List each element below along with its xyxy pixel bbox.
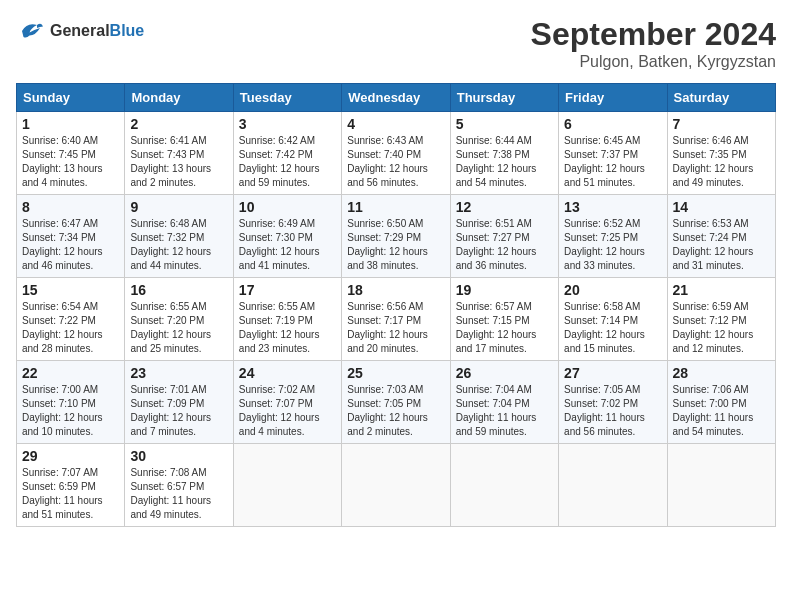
calendar-cell: 4Sunrise: 6:43 AM Sunset: 7:40 PM Daylig… — [342, 112, 450, 195]
calendar-body: 1Sunrise: 6:40 AM Sunset: 7:45 PM Daylig… — [17, 112, 776, 527]
calendar-week-row: 8Sunrise: 6:47 AM Sunset: 7:34 PM Daylig… — [17, 195, 776, 278]
day-info: Sunrise: 6:55 AM Sunset: 7:19 PM Dayligh… — [239, 300, 336, 356]
day-number: 18 — [347, 282, 444, 298]
calendar-cell — [233, 444, 341, 527]
calendar-cell: 17Sunrise: 6:55 AM Sunset: 7:19 PM Dayli… — [233, 278, 341, 361]
day-info: Sunrise: 7:08 AM Sunset: 6:57 PM Dayligh… — [130, 466, 227, 522]
calendar-cell: 12Sunrise: 6:51 AM Sunset: 7:27 PM Dayli… — [450, 195, 558, 278]
calendar-cell: 22Sunrise: 7:00 AM Sunset: 7:10 PM Dayli… — [17, 361, 125, 444]
calendar-cell: 9Sunrise: 6:48 AM Sunset: 7:32 PM Daylig… — [125, 195, 233, 278]
logo-text: GeneralBlue — [50, 22, 144, 40]
day-number: 24 — [239, 365, 336, 381]
calendar-cell: 21Sunrise: 6:59 AM Sunset: 7:12 PM Dayli… — [667, 278, 775, 361]
day-number: 20 — [564, 282, 661, 298]
calendar-cell: 29Sunrise: 7:07 AM Sunset: 6:59 PM Dayli… — [17, 444, 125, 527]
day-number: 22 — [22, 365, 119, 381]
day-number: 3 — [239, 116, 336, 132]
calendar-week-row: 1Sunrise: 6:40 AM Sunset: 7:45 PM Daylig… — [17, 112, 776, 195]
calendar-cell: 3Sunrise: 6:42 AM Sunset: 7:42 PM Daylig… — [233, 112, 341, 195]
calendar-cell: 7Sunrise: 6:46 AM Sunset: 7:35 PM Daylig… — [667, 112, 775, 195]
weekday-header-sunday: Sunday — [17, 84, 125, 112]
day-info: Sunrise: 6:56 AM Sunset: 7:17 PM Dayligh… — [347, 300, 444, 356]
day-number: 14 — [673, 199, 770, 215]
day-info: Sunrise: 6:43 AM Sunset: 7:40 PM Dayligh… — [347, 134, 444, 190]
day-number: 11 — [347, 199, 444, 215]
location-title: Pulgon, Batken, Kyrgyzstan — [531, 53, 776, 71]
day-info: Sunrise: 6:57 AM Sunset: 7:15 PM Dayligh… — [456, 300, 553, 356]
weekday-header-monday: Monday — [125, 84, 233, 112]
calendar-cell: 24Sunrise: 7:02 AM Sunset: 7:07 PM Dayli… — [233, 361, 341, 444]
calendar-cell: 26Sunrise: 7:04 AM Sunset: 7:04 PM Dayli… — [450, 361, 558, 444]
day-info: Sunrise: 6:40 AM Sunset: 7:45 PM Dayligh… — [22, 134, 119, 190]
day-info: Sunrise: 7:00 AM Sunset: 7:10 PM Dayligh… — [22, 383, 119, 439]
calendar-header-row: SundayMondayTuesdayWednesdayThursdayFrid… — [17, 84, 776, 112]
day-number: 8 — [22, 199, 119, 215]
day-info: Sunrise: 6:48 AM Sunset: 7:32 PM Dayligh… — [130, 217, 227, 273]
day-number: 4 — [347, 116, 444, 132]
day-number: 28 — [673, 365, 770, 381]
day-info: Sunrise: 6:54 AM Sunset: 7:22 PM Dayligh… — [22, 300, 119, 356]
calendar-cell: 5Sunrise: 6:44 AM Sunset: 7:38 PM Daylig… — [450, 112, 558, 195]
weekday-header-friday: Friday — [559, 84, 667, 112]
calendar-cell: 30Sunrise: 7:08 AM Sunset: 6:57 PM Dayli… — [125, 444, 233, 527]
day-number: 12 — [456, 199, 553, 215]
day-info: Sunrise: 6:42 AM Sunset: 7:42 PM Dayligh… — [239, 134, 336, 190]
day-info: Sunrise: 6:51 AM Sunset: 7:27 PM Dayligh… — [456, 217, 553, 273]
day-info: Sunrise: 6:49 AM Sunset: 7:30 PM Dayligh… — [239, 217, 336, 273]
day-info: Sunrise: 6:50 AM Sunset: 7:29 PM Dayligh… — [347, 217, 444, 273]
weekday-header-saturday: Saturday — [667, 84, 775, 112]
weekday-header-tuesday: Tuesday — [233, 84, 341, 112]
calendar-cell: 1Sunrise: 6:40 AM Sunset: 7:45 PM Daylig… — [17, 112, 125, 195]
day-info: Sunrise: 7:07 AM Sunset: 6:59 PM Dayligh… — [22, 466, 119, 522]
day-info: Sunrise: 6:53 AM Sunset: 7:24 PM Dayligh… — [673, 217, 770, 273]
calendar-cell: 11Sunrise: 6:50 AM Sunset: 7:29 PM Dayli… — [342, 195, 450, 278]
day-number: 9 — [130, 199, 227, 215]
logo-icon — [16, 16, 46, 46]
day-info: Sunrise: 6:44 AM Sunset: 7:38 PM Dayligh… — [456, 134, 553, 190]
day-number: 26 — [456, 365, 553, 381]
day-number: 10 — [239, 199, 336, 215]
day-number: 1 — [22, 116, 119, 132]
calendar-cell: 6Sunrise: 6:45 AM Sunset: 7:37 PM Daylig… — [559, 112, 667, 195]
weekday-header-wednesday: Wednesday — [342, 84, 450, 112]
day-info: Sunrise: 7:04 AM Sunset: 7:04 PM Dayligh… — [456, 383, 553, 439]
calendar-cell: 28Sunrise: 7:06 AM Sunset: 7:00 PM Dayli… — [667, 361, 775, 444]
calendar-table: SundayMondayTuesdayWednesdayThursdayFrid… — [16, 83, 776, 527]
day-number: 6 — [564, 116, 661, 132]
calendar-cell: 8Sunrise: 6:47 AM Sunset: 7:34 PM Daylig… — [17, 195, 125, 278]
calendar-cell — [450, 444, 558, 527]
day-info: Sunrise: 7:02 AM Sunset: 7:07 PM Dayligh… — [239, 383, 336, 439]
month-title: September 2024 — [531, 16, 776, 53]
calendar-cell: 15Sunrise: 6:54 AM Sunset: 7:22 PM Dayli… — [17, 278, 125, 361]
calendar-cell: 25Sunrise: 7:03 AM Sunset: 7:05 PM Dayli… — [342, 361, 450, 444]
day-number: 7 — [673, 116, 770, 132]
calendar-cell: 13Sunrise: 6:52 AM Sunset: 7:25 PM Dayli… — [559, 195, 667, 278]
day-info: Sunrise: 7:01 AM Sunset: 7:09 PM Dayligh… — [130, 383, 227, 439]
day-number: 13 — [564, 199, 661, 215]
day-number: 5 — [456, 116, 553, 132]
calendar-cell: 19Sunrise: 6:57 AM Sunset: 7:15 PM Dayli… — [450, 278, 558, 361]
calendar-week-row: 29Sunrise: 7:07 AM Sunset: 6:59 PM Dayli… — [17, 444, 776, 527]
day-number: 27 — [564, 365, 661, 381]
day-number: 23 — [130, 365, 227, 381]
weekday-header-thursday: Thursday — [450, 84, 558, 112]
day-info: Sunrise: 6:55 AM Sunset: 7:20 PM Dayligh… — [130, 300, 227, 356]
calendar-week-row: 22Sunrise: 7:00 AM Sunset: 7:10 PM Dayli… — [17, 361, 776, 444]
calendar-cell: 10Sunrise: 6:49 AM Sunset: 7:30 PM Dayli… — [233, 195, 341, 278]
day-info: Sunrise: 7:06 AM Sunset: 7:00 PM Dayligh… — [673, 383, 770, 439]
day-number: 17 — [239, 282, 336, 298]
day-number: 25 — [347, 365, 444, 381]
calendar-cell — [559, 444, 667, 527]
day-number: 15 — [22, 282, 119, 298]
calendar-cell — [342, 444, 450, 527]
day-number: 29 — [22, 448, 119, 464]
day-info: Sunrise: 6:58 AM Sunset: 7:14 PM Dayligh… — [564, 300, 661, 356]
day-number: 19 — [456, 282, 553, 298]
day-number: 2 — [130, 116, 227, 132]
day-info: Sunrise: 7:05 AM Sunset: 7:02 PM Dayligh… — [564, 383, 661, 439]
page-header: GeneralBlue September 2024 Pulgon, Batke… — [16, 16, 776, 71]
day-info: Sunrise: 7:03 AM Sunset: 7:05 PM Dayligh… — [347, 383, 444, 439]
day-info: Sunrise: 6:46 AM Sunset: 7:35 PM Dayligh… — [673, 134, 770, 190]
calendar-week-row: 15Sunrise: 6:54 AM Sunset: 7:22 PM Dayli… — [17, 278, 776, 361]
day-number: 21 — [673, 282, 770, 298]
